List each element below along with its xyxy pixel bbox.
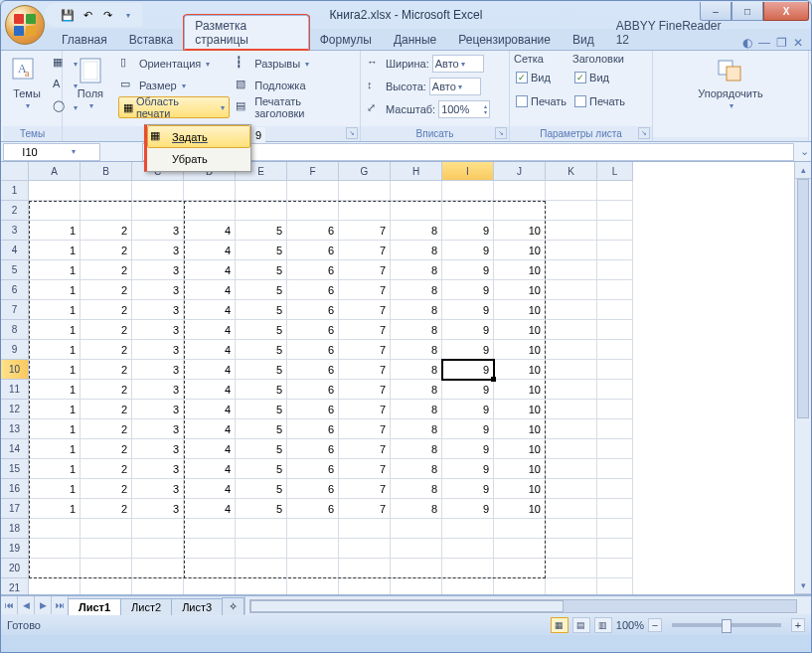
cell[interactable] [184, 539, 236, 559]
cell[interactable]: 7 [339, 380, 391, 400]
cell[interactable]: 5 [236, 260, 287, 280]
cell[interactable]: 6 [287, 479, 339, 499]
scale-field[interactable]: 100%▴▾ [438, 100, 490, 118]
cell[interactable] [546, 380, 597, 400]
cell[interactable] [442, 578, 494, 594]
cell[interactable] [236, 201, 287, 221]
cell[interactable]: 6 [287, 380, 339, 400]
cell[interactable] [546, 320, 597, 340]
sheet-tab[interactable]: Лист2 [120, 598, 172, 615]
new-sheet-button[interactable]: ✧ [222, 597, 244, 615]
cell[interactable]: 2 [81, 221, 132, 241]
cell[interactable] [442, 201, 494, 221]
cell[interactable]: 1 [29, 419, 81, 439]
column-header[interactable]: B [81, 162, 132, 181]
cell[interactable]: 5 [236, 280, 287, 300]
cell[interactable]: 4 [184, 221, 236, 241]
view-normal-button[interactable]: ▦ [551, 617, 568, 633]
cell[interactable] [81, 559, 132, 578]
cell[interactable] [29, 201, 81, 221]
cell[interactable]: 8 [391, 280, 442, 300]
cell[interactable] [597, 419, 633, 439]
cell[interactable] [132, 519, 184, 539]
cell[interactable]: 2 [81, 439, 132, 459]
cell[interactable] [132, 181, 184, 201]
cell[interactable]: 2 [81, 459, 132, 479]
cell[interactable]: 8 [391, 221, 442, 241]
cell[interactable]: 6 [287, 280, 339, 300]
cell[interactable] [391, 201, 442, 221]
cell[interactable]: 6 [287, 459, 339, 479]
cell[interactable] [29, 181, 81, 201]
cell[interactable] [391, 539, 442, 559]
cell[interactable]: 3 [132, 241, 184, 260]
cell[interactable] [442, 519, 494, 539]
cell[interactable] [391, 578, 442, 594]
cell[interactable]: 1 [29, 280, 81, 300]
cell[interactable] [597, 280, 633, 300]
cell[interactable]: 7 [339, 320, 391, 340]
cell[interactable] [287, 578, 339, 594]
cell[interactable] [81, 578, 132, 594]
cell[interactable]: 6 [287, 241, 339, 260]
row-header[interactable]: 2 [1, 201, 29, 221]
row-header[interactable]: 18 [1, 519, 29, 539]
cell[interactable]: 4 [184, 459, 236, 479]
cell[interactable] [81, 519, 132, 539]
cell[interactable]: 1 [29, 479, 81, 499]
sheet-nav-first[interactable]: ⏮ [1, 596, 18, 614]
cell[interactable]: 8 [391, 380, 442, 400]
cell[interactable] [597, 360, 633, 380]
cell[interactable]: 3 [132, 340, 184, 360]
cell[interactable]: 8 [391, 499, 442, 519]
cell[interactable]: 3 [132, 280, 184, 300]
cell[interactable]: 1 [29, 459, 81, 479]
cell[interactable]: 9 [442, 260, 494, 280]
cell[interactable] [546, 181, 597, 201]
cell[interactable]: 8 [391, 479, 442, 499]
cell[interactable]: 4 [184, 320, 236, 340]
row-header[interactable]: 3 [1, 221, 29, 241]
cell[interactable] [546, 578, 597, 594]
cell[interactable]: 10 [494, 300, 546, 320]
cell[interactable]: 4 [184, 400, 236, 419]
cell[interactable] [546, 479, 597, 499]
cell[interactable] [184, 519, 236, 539]
cell[interactable] [597, 400, 633, 419]
cell[interactable]: 10 [494, 241, 546, 260]
cell[interactable]: 4 [184, 419, 236, 439]
cell[interactable] [442, 559, 494, 578]
row-header[interactable]: 15 [1, 459, 29, 479]
cell[interactable] [494, 559, 546, 578]
headings-view-checkbox[interactable]: ✓ [574, 72, 586, 83]
cell[interactable]: 2 [81, 499, 132, 519]
print-area-clear-item[interactable]: Убрать [148, 147, 249, 170]
cell[interactable]: 4 [184, 300, 236, 320]
cell[interactable] [597, 519, 633, 539]
cell[interactable] [391, 559, 442, 578]
row-header[interactable]: 14 [1, 439, 29, 459]
cell[interactable]: 9 [442, 380, 494, 400]
cell[interactable] [597, 320, 633, 340]
cell[interactable] [546, 519, 597, 539]
cell[interactable] [29, 519, 81, 539]
undo-button[interactable]: ↶ [79, 6, 96, 24]
themes-button[interactable]: Aa Темы ▾ [7, 53, 47, 112]
cell[interactable]: 5 [236, 459, 287, 479]
cell[interactable]: 6 [287, 419, 339, 439]
sheet-nav-last[interactable]: ⏭ [52, 596, 69, 614]
cell[interactable]: 9 [442, 340, 494, 360]
cell[interactable] [81, 539, 132, 559]
cell[interactable]: 8 [391, 300, 442, 320]
cell[interactable]: 2 [81, 479, 132, 499]
cell[interactable]: 7 [339, 400, 391, 419]
cell[interactable]: 1 [29, 360, 81, 380]
cell[interactable]: 9 [442, 320, 494, 340]
cell[interactable]: 8 [391, 419, 442, 439]
row-header[interactable]: 4 [1, 241, 29, 260]
cell[interactable]: 9 [442, 479, 494, 499]
cell[interactable]: 6 [287, 400, 339, 419]
cell[interactable]: 2 [81, 419, 132, 439]
cell[interactable]: 4 [184, 260, 236, 280]
row-header[interactable]: 10 [1, 360, 29, 380]
